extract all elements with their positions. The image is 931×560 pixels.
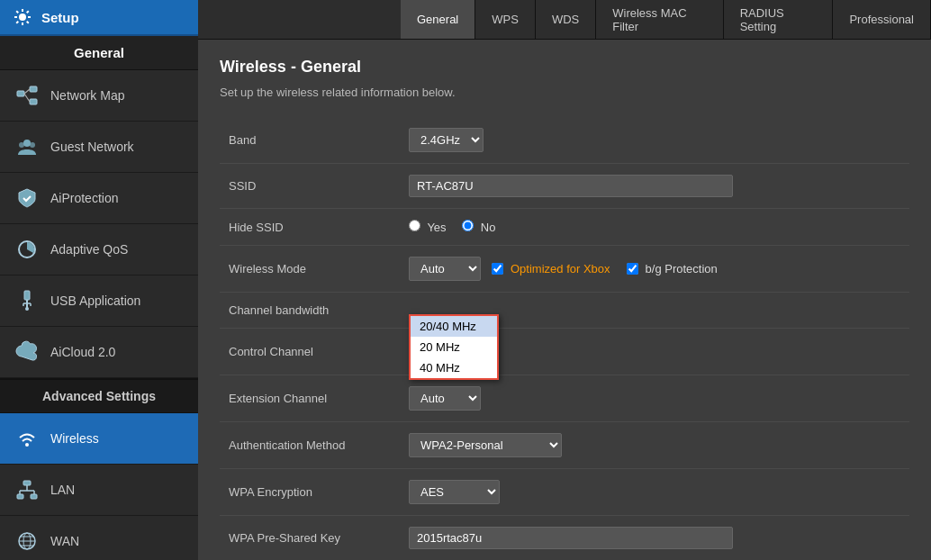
qos-icon	[14, 237, 40, 262]
wpa-encrypt-select[interactable]: AES TKIP TKIP+AES	[409, 480, 500, 504]
bg-protection-checkbox[interactable]	[627, 263, 638, 275]
svg-rect-2	[30, 86, 37, 92]
sidebar-item-guest-network[interactable]: Guest Network	[0, 122, 198, 173]
svg-rect-3	[30, 99, 37, 104]
svg-point-6	[23, 140, 31, 147]
svg-line-5	[24, 94, 30, 102]
svg-point-7	[19, 142, 24, 148]
hide-ssid-no-label: No	[462, 221, 495, 234]
sidebar-label-adaptive-qos: Adaptive QoS	[50, 242, 128, 257]
general-section-header: General	[0, 36, 198, 70]
optimized-xbox-text: Optimized for Xbox	[511, 262, 610, 275]
hide-ssid-yes-label: Yes	[409, 221, 449, 234]
sidebar-label-guest-network: Guest Network	[50, 140, 134, 154]
band-row: Band 2.4GHz 5GHz	[220, 117, 909, 164]
main-content: Wireless - General Set up the wireless r…	[198, 40, 931, 560]
channel-bw-list[interactable]: 20/40 MHz 20 MHz 40 MHz	[409, 314, 499, 380]
channel-bw-label: Channel bandwidth	[220, 293, 400, 329]
svg-rect-1	[17, 91, 24, 96]
svg-line-4	[24, 89, 30, 94]
wpa-key-label: WPA Pre-Shared Key	[220, 516, 400, 561]
extension-channel-row: Extension Channel Auto	[220, 375, 909, 422]
tabs-bar: General WPS WDS Wireless MAC Filter RADI…	[198, 0, 931, 40]
svg-rect-10	[24, 291, 30, 300]
wpa-key-row: WPA Pre-Shared Key	[220, 516, 909, 561]
wpa-encrypt-row: WPA Encryption AES TKIP TKIP+AES	[220, 469, 909, 516]
svg-point-12	[25, 307, 29, 311]
hide-ssid-no-radio[interactable]	[462, 220, 474, 231]
wifi-icon	[14, 426, 40, 451]
wireless-mode-select[interactable]: Auto N only B/G/N	[409, 257, 481, 281]
sidebar-label-aiprotection: AiProtection	[50, 191, 118, 205]
page-subtitle: Set up the wireless related information …	[220, 86, 909, 99]
sidebar-item-usb-application[interactable]: USB Application	[0, 275, 198, 327]
hide-ssid-row: Hide SSID Yes No	[220, 209, 909, 246]
tabs-container: General WPS WDS Wireless MAC Filter RADI…	[401, 0, 931, 39]
sidebar-item-wan[interactable]: WAN	[0, 516, 198, 560]
svg-rect-18	[17, 494, 23, 499]
sidebar-label-lan: LAN	[50, 483, 75, 497]
shield-icon	[14, 185, 40, 211]
auth-method-select[interactable]: Open System WPA-Personal WPA2-Personal W…	[409, 433, 562, 457]
sidebar-item-adaptive-qos[interactable]: Adaptive QoS	[0, 224, 198, 275]
tab-professional[interactable]: Professional	[833, 0, 931, 39]
lan-icon	[14, 477, 40, 502]
sidebar-item-wireless[interactable]: Wireless	[0, 413, 198, 465]
band-label: Band	[220, 117, 400, 164]
sidebar-label-usb-application: USB Application	[50, 294, 140, 308]
sidebar-item-aicloud[interactable]: AiCloud 2.0	[0, 327, 198, 378]
setup-bar[interactable]: Setup	[0, 0, 198, 36]
sidebar-label-aicloud: AiCloud 2.0	[50, 345, 115, 359]
sidebar-item-lan[interactable]: LAN	[0, 465, 198, 516]
sidebar-item-network-map[interactable]: Network Map	[0, 70, 198, 122]
optimized-xbox-checkbox[interactable]	[492, 263, 503, 275]
wpa-key-input[interactable]	[409, 527, 733, 549]
tab-wds[interactable]: WDS	[536, 0, 596, 39]
ssid-input[interactable]	[409, 175, 733, 197]
hide-ssid-label: Hide SSID	[220, 209, 400, 246]
svg-rect-17	[23, 481, 31, 485]
channel-bw-row: Channel bandwidth 20/40 MHz 20 MHz 40 MH…	[220, 293, 909, 329]
hide-ssid-yes-radio[interactable]	[409, 220, 420, 231]
page-title: Wireless - General	[220, 58, 909, 77]
control-channel-label: Control Channel	[220, 329, 400, 375]
wireless-form: Band 2.4GHz 5GHz SSID	[220, 117, 909, 560]
cloud-icon	[14, 339, 40, 365]
network-map-icon	[14, 83, 40, 108]
svg-point-8	[30, 142, 35, 148]
usb-icon	[14, 288, 40, 313]
bg-protection-label-container: b/g Protection	[627, 262, 718, 275]
advanced-settings-header: Advanced Settings	[0, 378, 198, 413]
setup-label: Setup	[41, 10, 79, 25]
sidebar-label-wan: WAN	[50, 534, 79, 548]
guest-network-icon	[14, 134, 40, 159]
control-channel-row: Control Channel Auto	[220, 329, 909, 375]
channel-bw-option-2[interactable]: 40 MHz	[411, 357, 497, 378]
tab-general[interactable]: General	[401, 0, 475, 39]
wireless-mode-row: Wireless Mode Auto N only B/G/N Optimize…	[220, 246, 909, 293]
sidebar-label-wireless: Wireless	[50, 431, 99, 446]
sidebar: Setup General Network Map	[0, 0, 198, 560]
svg-point-0	[19, 14, 26, 21]
tab-wps[interactable]: WPS	[475, 0, 536, 39]
ssid-label: SSID	[220, 164, 400, 209]
tab-radius[interactable]: RADIUS Setting	[724, 0, 834, 39]
auth-method-row: Authentication Method Open System WPA-Pe…	[220, 422, 909, 469]
setup-icon	[13, 7, 32, 27]
wan-icon	[14, 528, 40, 554]
tab-mac-filter[interactable]: Wireless MAC Filter	[596, 0, 723, 39]
extension-channel-label: Extension Channel	[220, 375, 400, 422]
bg-protection-text: b/g Protection	[646, 262, 718, 275]
svg-point-16	[25, 443, 29, 447]
wpa-encrypt-label: WPA Encryption	[220, 469, 400, 516]
optimized-xbox-label-container: Optimized for Xbox	[492, 262, 616, 275]
sidebar-label-network-map: Network Map	[50, 88, 124, 103]
sidebar-item-aiprotection[interactable]: AiProtection	[0, 173, 198, 224]
channel-bw-option-1[interactable]: 20 MHz	[411, 337, 497, 357]
svg-rect-19	[31, 494, 37, 499]
band-select[interactable]: 2.4GHz 5GHz	[409, 128, 484, 152]
wireless-mode-label: Wireless Mode	[220, 246, 400, 293]
extension-channel-select[interactable]: Auto	[409, 386, 481, 411]
channel-bw-option-0[interactable]: 20/40 MHz	[411, 316, 497, 337]
auth-method-label: Authentication Method	[220, 422, 400, 469]
